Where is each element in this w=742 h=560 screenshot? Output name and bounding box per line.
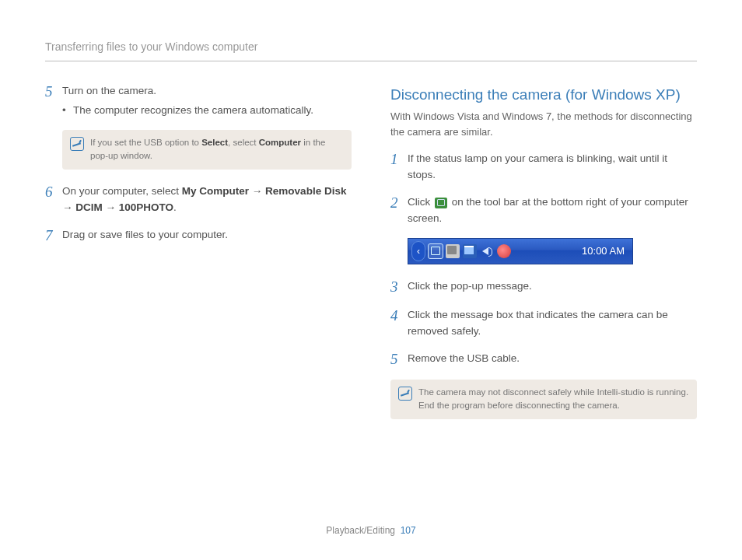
step-body: Click on the tool bar at the bottom righ…	[408, 194, 697, 227]
footer-page-number: 107	[401, 525, 416, 536]
step-number: 6	[45, 184, 62, 216]
note-text: If you set the USB option to Select, sel…	[90, 136, 344, 164]
arrow: →	[62, 201, 75, 213]
arrow: →	[103, 201, 119, 213]
t: .	[173, 201, 177, 213]
r-step-5: 5 Remove the USB cable.	[390, 351, 697, 369]
step-number: 3	[390, 278, 408, 296]
bullet-dot: •	[62, 103, 73, 119]
tray-safely-remove-icon	[429, 244, 443, 258]
step-7: 7 Drag or save files to your computer.	[45, 227, 352, 245]
step-body: Click the message box that indicates the…	[408, 307, 697, 340]
step-5-bullet: • The computer recognizes the camera aut…	[62, 103, 352, 119]
r-step-3: 3 Click the pop-up message.	[390, 278, 697, 296]
step-body: Click the pop-up message.	[408, 278, 697, 296]
r-step-1: 1 If the status lamp on your camera is b…	[390, 151, 697, 184]
tray-icon	[446, 244, 460, 258]
page-header: Transferring files to your Windows compu…	[45, 39, 697, 61]
step-body: Drag or save files to your computer.	[62, 227, 352, 245]
bullet-text: The computer recognizes the camera autom…	[73, 103, 313, 119]
step-number: 5	[390, 351, 408, 369]
step-body: Turn on the camera. • The computer recog…	[62, 83, 352, 119]
tray-volume-icon	[480, 244, 494, 258]
path-removable: Removable Disk	[265, 185, 346, 197]
step-number: 5	[45, 83, 62, 119]
path-100photo: 100PHOTO	[119, 201, 173, 213]
step-number: 1	[390, 151, 408, 184]
arrow: →	[249, 185, 265, 197]
note-box-usb: If you set the USB option to Select, sel…	[62, 130, 352, 170]
note-box-intelli: The camera may not disconnect safely whi…	[390, 380, 697, 420]
section-subtitle: With Windows Vista and Windows 7, the me…	[390, 109, 697, 140]
step-body: If the status lamp on your camera is bli…	[408, 151, 697, 184]
tray-network-icon	[463, 244, 477, 258]
taskbar-screenshot: ‹ 10:00 AM	[408, 238, 633, 264]
t: On your computer, select	[62, 185, 182, 197]
step-5: 5 Turn on the camera. • The computer rec…	[45, 83, 352, 119]
step-title: Turn on the camera.	[62, 83, 352, 100]
note-text: The camera may not disconnect safely whi…	[418, 386, 689, 414]
step-6: 6 On your computer, select My Computer →…	[45, 184, 352, 216]
taskbar-expand-icon: ‹	[411, 241, 425, 261]
r-step-2: 2 Click on the tool bar at the bottom ri…	[390, 194, 697, 227]
note-bold-computer: Computer	[259, 138, 301, 147]
step-body: On your computer, select My Computer → R…	[62, 184, 352, 216]
step-number: 4	[390, 307, 408, 340]
note-icon	[398, 387, 412, 401]
step-number: 7	[45, 227, 62, 245]
safely-remove-icon	[435, 198, 447, 208]
note-pre: If you set the USB option to	[90, 138, 201, 147]
right-column: Disconnecting the camera (for Windows XP…	[390, 83, 697, 433]
r-step-4: 4 Click the message box that indicates t…	[390, 307, 697, 340]
note-icon	[70, 137, 84, 151]
t: Click	[408, 196, 433, 208]
footer-section: Playback/Editing	[326, 525, 395, 536]
section-title-disconnect: Disconnecting the camera (for Windows XP…	[390, 83, 697, 106]
step-body: Remove the USB cable.	[408, 351, 697, 369]
t: on the tool bar at the bottom right of y…	[408, 196, 688, 224]
note-mid: , select	[228, 138, 259, 147]
tray-alert-icon	[497, 244, 511, 258]
content-columns: 5 Turn on the camera. • The computer rec…	[45, 83, 697, 433]
note-bold-select: Select	[201, 138, 228, 147]
step-number: 2	[390, 194, 408, 227]
left-column: 5 Turn on the camera. • The computer rec…	[45, 83, 352, 433]
page-footer: Playback/Editing 107	[0, 523, 742, 538]
path-dcim: DCIM	[75, 201, 103, 213]
taskbar-clock: 10:00 AM	[574, 243, 632, 259]
path-mycomputer: My Computer	[182, 185, 249, 197]
